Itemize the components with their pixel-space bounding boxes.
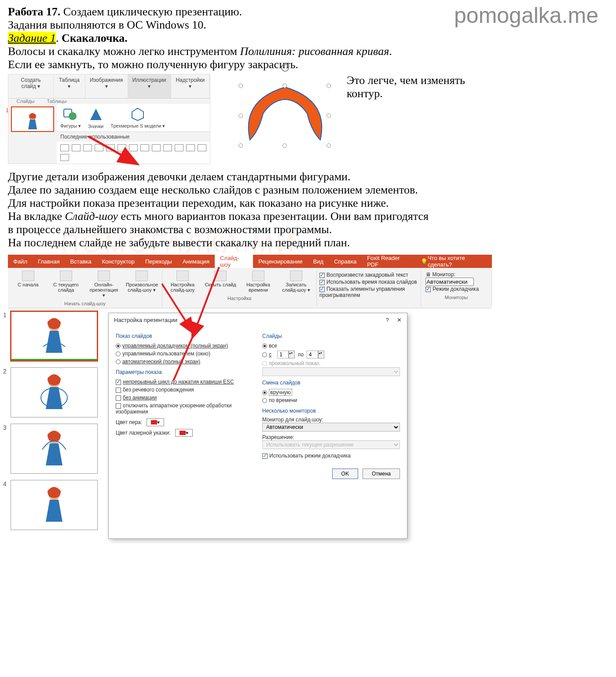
radio-from-to[interactable]: с ▴▾ по ▴▾ <box>262 350 400 359</box>
chk-no-narration[interactable]: без речевого сопровождения <box>116 386 253 394</box>
group-label-tables: Таблицы <box>43 99 71 104</box>
group-advance: Смена слайдов <box>262 380 400 386</box>
tab-file[interactable]: Файл <box>8 255 33 268</box>
radio-manual[interactable]: вручную <box>262 388 400 396</box>
laser-color-picker[interactable]: ▾ <box>175 429 193 437</box>
chk-no-hw-accel[interactable]: отключить аппаратное ускорение обработки… <box>116 402 253 416</box>
btn-from-current[interactable]: С текущего слайда <box>50 271 82 298</box>
monitor-row: 🖥 Монитор: <box>425 271 487 286</box>
tab-slideshow[interactable]: Слайд-шоу <box>215 255 253 268</box>
icons-button[interactable]: Значки <box>88 107 103 129</box>
dialog-title: Настройка презентации <box>114 317 177 323</box>
btn-online[interactable]: Онлайн-презентация ▾ <box>88 271 120 298</box>
close-icon[interactable]: ✕ <box>397 317 402 323</box>
tell-me[interactable]: 💡 Что вы хотите сделать? <box>415 255 492 268</box>
chk-use-presenter[interactable]: Использовать режим докладчика <box>262 452 400 460</box>
chk-controls[interactable]: Показать элементы управления проигрывате… <box>319 285 418 299</box>
chk-narration[interactable]: Воспроизвести закадровый текст <box>319 271 418 278</box>
ok-button[interactable]: OK <box>332 468 358 479</box>
slide-thumb-1[interactable]: 1 <box>11 311 98 361</box>
red-arrow-icon <box>88 136 145 171</box>
btn-record[interactable]: Записать слайд-шоу ▾ <box>280 271 312 293</box>
side-note-2: контур. <box>347 87 465 100</box>
monitor-select-dialog[interactable]: Автоматически <box>262 423 400 432</box>
para2-3: На вкладке Слайд-шоу есть много варианто… <box>8 210 608 223</box>
task-label: Задание 1 <box>8 32 56 44</box>
para2-0: Другие детали изображения девочки делаем… <box>8 170 608 183</box>
radio-browsed[interactable]: управляемый пользователем (окно) <box>116 350 253 358</box>
selected-shape[interactable] <box>237 74 334 162</box>
girl-icon <box>39 428 70 472</box>
girl-icon <box>39 485 70 529</box>
tab-foxit[interactable]: Foxit Reader PDF <box>362 255 415 268</box>
powerpoint-ribbon-small: Создать слайд ▾ Таблица ▾ Изображения ▾ … <box>8 74 210 164</box>
radio-kiosk[interactable]: автоматический (полный экран) <box>116 358 253 366</box>
btn-hide-slide[interactable]: Скрыть слайд <box>205 271 236 293</box>
help-icon[interactable]: ? <box>386 317 389 323</box>
chk-loop[interactable]: непрерывный цикл до нажатия клавиши ESC <box>116 378 253 386</box>
tab-transitions[interactable]: Переходы <box>140 255 177 268</box>
group-slides: Слайды <box>262 333 400 339</box>
radio-timings[interactable]: по времени <box>262 396 400 404</box>
chk-presenter-view[interactable]: Режим докладчика <box>425 286 479 292</box>
ribbon-btn-new-slide[interactable]: Создать слайд ▾ <box>8 74 54 98</box>
from-spin[interactable] <box>277 351 289 359</box>
girl-icon <box>39 316 70 360</box>
tab-insert[interactable]: Вставка <box>65 255 96 268</box>
para2-4: в процессе дальнейшего знакомства с возм… <box>8 223 608 236</box>
slide-thumb-2[interactable]: 2 <box>11 367 98 417</box>
task-name: Скакалочка. <box>62 32 128 44</box>
group-monitors: Несколько мониторов <box>262 408 400 414</box>
laser-color-label: Цвет лазерной указки: <box>116 430 171 436</box>
tool-name: Полилиния: рисованная кривая <box>240 45 389 58</box>
resolution-select: Использовать текущее разрешение <box>262 440 400 449</box>
para1: Волосы и скакалку можно легко инструмент… <box>8 45 608 58</box>
slide-thumb-4[interactable]: 4 <box>11 480 98 530</box>
tab-animation[interactable]: Анимация <box>177 255 215 268</box>
resolution-label: Разрешение: <box>262 434 400 440</box>
chk-no-animation[interactable]: без анимации <box>116 394 253 402</box>
custom-show-select <box>262 367 400 376</box>
powerpoint-slideshow-window: Файл Главная Вставка Конструктор Переход… <box>8 255 492 539</box>
ribbon-tabs: Файл Главная Вставка Конструктор Переход… <box>8 255 492 268</box>
btn-rehearse[interactable]: Настройка времени <box>242 271 274 293</box>
tab-design[interactable]: Конструктор <box>97 255 140 268</box>
ribbon-btn-table[interactable]: Таблица ▾ <box>54 74 85 98</box>
para2-5: На последнем слайде не забудьте вывести … <box>8 236 608 249</box>
shapes-dropdown[interactable]: Фигуры ▾ <box>60 106 81 129</box>
work-label: Работа 17. <box>8 5 60 18</box>
slide-thumbnail-1[interactable]: 1 <box>11 106 54 132</box>
btn-from-start[interactable]: С начала <box>12 271 44 298</box>
tab-help[interactable]: Справка <box>329 255 362 268</box>
work-title: Создаем циклическую презентацию. <box>63 5 242 18</box>
svg-point-2 <box>69 112 77 120</box>
radio-speaker[interactable]: управляемый докладчиком (полный экран) <box>116 342 253 350</box>
svg-point-4 <box>282 64 289 71</box>
pen-color-picker[interactable]: ▾ <box>147 418 164 426</box>
rotate-handle-icon[interactable] <box>281 63 290 74</box>
group-label-setup: Настройка <box>167 296 312 301</box>
ribbon-btn-addins[interactable]: Надстройки ▾ <box>171 74 210 98</box>
chk-timings[interactable]: Использовать время показа слайдов <box>319 278 418 285</box>
task-line: Задание 1. Скакалочка. <box>8 32 608 45</box>
tab-view[interactable]: Вид <box>308 255 329 268</box>
ribbon-btn-images[interactable]: Изображения ▾ <box>85 74 128 98</box>
tab-home[interactable]: Главная <box>33 255 65 268</box>
ribbon-btn-illustrations[interactable]: Иллюстрации ▾ <box>128 74 171 98</box>
svg-line-3 <box>88 136 136 163</box>
slide-thumb-3[interactable]: 3 <box>11 424 98 474</box>
btn-custom-show[interactable]: Произвольное слайд-шоу ▾ <box>126 271 158 298</box>
tab-review[interactable]: Рецензирование <box>253 255 308 268</box>
girl-icon <box>24 112 41 134</box>
monitor-label: Монитор для слайд-шоу: <box>262 417 400 423</box>
monitor-select[interactable] <box>425 278 474 286</box>
btn-setup-show[interactable]: Настройка слайд-шоу <box>167 271 198 293</box>
radio-all-slides[interactable]: все <box>262 342 400 350</box>
radio-custom-show: произвольный показ: <box>262 359 400 367</box>
cancel-button[interactable]: Отмена <box>363 468 400 479</box>
slide-panel: 1 2 3 4 <box>8 308 100 539</box>
3d-models-button[interactable]: Трехмерные S модели ▾ <box>110 106 165 129</box>
setup-show-dialog: Настройка презентации ? ✕ Показ слайдов … <box>108 313 407 539</box>
to-spin[interactable] <box>307 351 318 359</box>
para2-2: Для настройки показа презентации переход… <box>8 197 608 210</box>
